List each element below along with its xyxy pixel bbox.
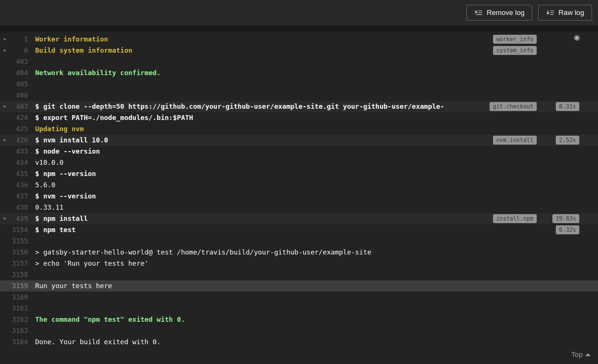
line-number[interactable]: 3164 xyxy=(0,336,28,348)
log-line: 435$ npm --version xyxy=(0,168,598,179)
raw-log-button[interactable]: Raw log xyxy=(538,5,592,21)
fold-toggle-icon[interactable]: ▶ xyxy=(4,213,6,224)
fold-name-badge: git.checkout xyxy=(490,102,537,111)
line-number[interactable]: 3160 xyxy=(0,291,28,303)
log-line: 3158 xyxy=(0,269,598,280)
toolbar: Remove log Raw log xyxy=(0,0,598,25)
remove-log-label: Remove log xyxy=(487,9,524,17)
log-line: 3160 xyxy=(0,291,598,303)
log-line: 433$ node --version xyxy=(0,146,598,157)
log-line: 3163 xyxy=(0,325,598,336)
log-line: 4365.6.0 xyxy=(0,179,598,191)
log-text: 5.6.0 xyxy=(35,181,55,189)
log-line: 3164Done. Your build exited with 0. xyxy=(0,336,598,348)
log-line: 3159Run your tests here xyxy=(0,280,598,291)
line-number[interactable]: 404 xyxy=(0,67,28,78)
download-list-icon xyxy=(546,10,554,16)
line-number[interactable]: 3155 xyxy=(0,235,28,247)
line-number[interactable]: 3161 xyxy=(0,303,28,314)
log-text: Done. Your build exited with 0. xyxy=(35,338,161,346)
fold-toggle-icon[interactable]: ▶ xyxy=(4,34,6,45)
log-text: $ npm install xyxy=(35,215,88,222)
line-number[interactable]: 435 xyxy=(0,168,28,179)
log-text: Worker information xyxy=(35,35,108,43)
log-line: 3154$ npm test0.32s xyxy=(0,224,598,235)
log-line: 437$ nvm --version xyxy=(0,191,598,202)
line-number[interactable]: 3156 xyxy=(0,247,28,258)
fold-name-badge: nvm.install xyxy=(493,136,537,145)
log-line: 425Updating nvm xyxy=(0,123,598,135)
duration-badge: 2.52s xyxy=(556,136,579,145)
log-line: 3162The command "npm test" exited with 0… xyxy=(0,314,598,325)
top-link[interactable]: Top xyxy=(571,351,591,359)
line-number[interactable]: 3154 xyxy=(0,224,28,235)
duration-badge: 19.83s xyxy=(552,214,579,223)
line-number[interactable]: 433 xyxy=(0,146,28,157)
line-number[interactable]: 3162 xyxy=(0,314,28,325)
duration-badge: 0.31s xyxy=(556,102,579,111)
log-line: 404Network availability confirmed. xyxy=(0,67,598,78)
log-text: 0.33.11 xyxy=(35,203,64,211)
fold-name-badge: worker_info xyxy=(493,35,537,44)
top-link-label: Top xyxy=(571,351,583,359)
log-line: 405 xyxy=(0,78,598,90)
log-text: $ nvm --version xyxy=(35,192,96,200)
log-text: $ nvm install 10.0 xyxy=(35,136,108,144)
line-number[interactable]: 438 xyxy=(0,202,28,213)
log-line: ▶426$ nvm install 10.0nvm.install2.52s xyxy=(0,135,598,146)
log-text: Network availability confirmed. xyxy=(35,69,161,77)
line-number[interactable]: 434 xyxy=(0,157,28,168)
remove-log-button[interactable]: Remove log xyxy=(466,5,532,21)
raw-log-label: Raw log xyxy=(558,9,584,17)
log-text: Build system information xyxy=(35,46,132,54)
line-number[interactable]: 3163 xyxy=(0,325,28,336)
log-text: $ git clone --depth=50 https://github.co… xyxy=(35,102,444,110)
log-line: ▶6Build system informationsystem_info xyxy=(0,45,598,56)
line-number[interactable]: 425 xyxy=(0,123,28,135)
line-number[interactable]: 3159 xyxy=(0,280,28,291)
log-text: $ npm test xyxy=(35,226,75,234)
log-text: Updating nvm xyxy=(35,125,84,133)
line-number[interactable]: 437 xyxy=(0,191,28,202)
fold-name-badge: system_info xyxy=(493,46,537,55)
fold-name-badge: install.npm xyxy=(493,214,537,223)
log-line: 406 xyxy=(0,90,598,101)
log-text: $ node --version xyxy=(35,147,100,155)
log-text: v10.0.0 xyxy=(35,158,64,166)
line-number[interactable]: 3158 xyxy=(0,269,28,280)
log-text: The command "npm test" exited with 0. xyxy=(35,315,185,323)
log-line: 424$ export PATH=./node_modules/.bin:$PA… xyxy=(0,112,598,123)
line-number[interactable]: 3157 xyxy=(0,258,28,269)
fold-toggle-icon[interactable]: ▶ xyxy=(4,101,6,112)
duration-badge: 0.32s xyxy=(556,225,579,234)
log-text: > echo 'Run your tests here' xyxy=(35,259,148,267)
line-number[interactable]: 403 xyxy=(0,56,28,67)
build-log: ▶1Worker informationworker_info▶6Build s… xyxy=(0,32,598,364)
log-line: 3157> echo 'Run your tests here' xyxy=(0,258,598,269)
fold-toggle-icon[interactable]: ▶ xyxy=(4,45,6,56)
log-line: 403 xyxy=(0,56,598,67)
log-line: 434v10.0.0 xyxy=(0,157,598,168)
line-number[interactable]: 436 xyxy=(0,179,28,191)
log-text: $ export PATH=./node_modules/.bin:$PATH xyxy=(35,114,193,121)
line-number[interactable]: 406 xyxy=(0,90,28,101)
follow-log-toggle[interactable] xyxy=(574,35,580,41)
fold-toggle-icon[interactable]: ▶ xyxy=(4,135,6,146)
line-number[interactable]: 405 xyxy=(0,78,28,90)
chevron-up-icon xyxy=(585,353,591,356)
log-line: 3155 xyxy=(0,235,598,247)
line-number[interactable]: 424 xyxy=(0,112,28,123)
log-line: ▶1Worker informationworker_info xyxy=(0,34,598,45)
log-line: 3156> gatsby-starter-hello-world@ test /… xyxy=(0,247,598,258)
log-line: 4380.33.11 xyxy=(0,202,598,213)
log-text: > gatsby-starter-hello-world@ test /home… xyxy=(35,248,371,256)
log-text: Run your tests here xyxy=(35,282,112,290)
log-line: 3161 xyxy=(0,303,598,314)
log-text: $ npm --version xyxy=(35,170,96,178)
log-line: ▶407$ git clone --depth=50 https://githu… xyxy=(0,101,598,112)
log-line: ▶439$ npm installinstall.npm19.83s xyxy=(0,213,598,224)
remove-log-icon xyxy=(474,10,483,16)
